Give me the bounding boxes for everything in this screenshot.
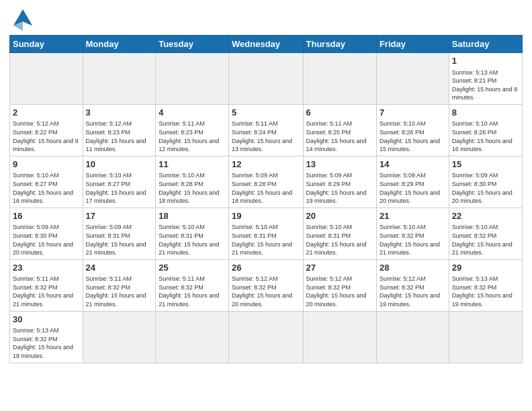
day-info: Sunrise: 5:13 AMSunset: 8:32 PMDaylight:… — [452, 275, 519, 308]
day-number: 16 — [13, 210, 80, 222]
day-number: 13 — [306, 158, 373, 171]
calendar-row: 1Sunrise: 5:13 AMSunset: 8:21 PMDaylight… — [10, 53, 523, 105]
day-cell-23: 23Sunrise: 5:11 AMSunset: 8:32 PMDayligh… — [10, 259, 83, 311]
day-cell-22: 22Sunrise: 5:10 AMSunset: 8:32 PMDayligh… — [449, 208, 522, 259]
calendar-row: 23Sunrise: 5:11 AMSunset: 8:32 PMDayligh… — [10, 259, 523, 311]
day-number: 7 — [380, 107, 446, 119]
day-info: Sunrise: 5:10 AMSunset: 8:26 PMDaylight:… — [380, 120, 446, 153]
day-number: 24 — [86, 262, 153, 274]
day-number: 6 — [306, 107, 373, 119]
day-info: Sunrise: 5:13 AMSunset: 8:21 PMDaylight:… — [452, 68, 519, 102]
day-number: 1 — [452, 55, 519, 67]
day-info: Sunrise: 5:12 AMSunset: 8:22 PMDaylight:… — [13, 120, 80, 153]
day-cell-15: 15Sunrise: 5:09 AMSunset: 8:30 PMDayligh… — [449, 156, 522, 208]
weekday-header-row: Sunday Monday Tuesday Wednesday Thursday… — [10, 36, 523, 53]
day-number: 14 — [380, 158, 446, 171]
day-cell-3: 3Sunrise: 5:12 AMSunset: 8:23 PMDaylight… — [83, 104, 156, 156]
day-info: Sunrise: 5:10 AMSunset: 8:31 PMDaylight:… — [232, 223, 300, 257]
day-info: Sunrise: 5:09 AMSunset: 8:28 PMDaylight:… — [232, 171, 300, 205]
day-cell-18: 18Sunrise: 5:10 AMSunset: 8:31 PMDayligh… — [156, 208, 229, 259]
day-number: 22 — [452, 210, 519, 222]
day-cell-16: 16Sunrise: 5:09 AMSunset: 8:30 PMDayligh… — [10, 208, 83, 259]
page: Sunday Monday Tuesday Wednesday Thursday… — [0, 0, 532, 370]
day-number: 5 — [232, 107, 300, 119]
empty-cell — [303, 53, 376, 105]
svg-marker-1 — [23, 9, 32, 26]
day-cell-8: 8Sunrise: 5:10 AMSunset: 8:26 PMDaylight… — [449, 104, 522, 156]
day-info: Sunrise: 5:11 AMSunset: 8:32 PMDaylight:… — [159, 275, 226, 308]
day-cell-27: 27Sunrise: 5:12 AMSunset: 8:32 PMDayligh… — [303, 259, 376, 311]
day-cell-11: 11Sunrise: 5:10 AMSunset: 8:28 PMDayligh… — [156, 156, 229, 208]
day-number: 8 — [452, 107, 519, 119]
day-cell-19: 19Sunrise: 5:10 AMSunset: 8:31 PMDayligh… — [229, 208, 303, 259]
day-number: 17 — [86, 210, 153, 222]
day-info: Sunrise: 5:12 AMSunset: 8:32 PMDaylight:… — [306, 275, 373, 308]
logo — [9, 7, 35, 31]
day-number: 10 — [86, 158, 153, 171]
day-info: Sunrise: 5:11 AMSunset: 8:23 PMDaylight:… — [159, 120, 226, 153]
day-cell-25: 25Sunrise: 5:11 AMSunset: 8:32 PMDayligh… — [156, 259, 229, 311]
header-tuesday: Tuesday — [156, 36, 229, 53]
day-info: Sunrise: 5:11 AMSunset: 8:25 PMDaylight:… — [306, 120, 373, 153]
day-cell-7: 7Sunrise: 5:10 AMSunset: 8:26 PMDaylight… — [376, 104, 449, 156]
day-info: Sunrise: 5:09 AMSunset: 8:30 PMDaylight:… — [13, 223, 80, 257]
day-cell-9: 9Sunrise: 5:10 AMSunset: 8:27 PMDaylight… — [10, 156, 83, 208]
day-number: 3 — [86, 107, 153, 119]
day-cell-28: 28Sunrise: 5:12 AMSunset: 8:32 PMDayligh… — [376, 259, 449, 311]
day-info: Sunrise: 5:10 AMSunset: 8:28 PMDaylight:… — [159, 171, 226, 205]
header-sunday: Sunday — [10, 36, 83, 53]
day-cell-21: 21Sunrise: 5:10 AMSunset: 8:32 PMDayligh… — [376, 208, 449, 259]
header-thursday: Thursday — [303, 36, 376, 53]
day-number: 30 — [13, 314, 80, 326]
header-saturday: Saturday — [449, 36, 522, 53]
day-cell-20: 20Sunrise: 5:10 AMSunset: 8:31 PMDayligh… — [303, 208, 376, 259]
day-info: Sunrise: 5:13 AMSunset: 8:32 PMDaylight:… — [13, 326, 80, 360]
day-info: Sunrise: 5:10 AMSunset: 8:27 PMDaylight:… — [13, 171, 80, 205]
day-info: Sunrise: 5:10 AMSunset: 8:26 PMDaylight:… — [452, 120, 519, 153]
day-number: 15 — [452, 158, 519, 171]
day-cell-17: 17Sunrise: 5:09 AMSunset: 8:31 PMDayligh… — [83, 208, 156, 259]
day-info: Sunrise: 5:11 AMSunset: 8:32 PMDaylight:… — [86, 275, 153, 308]
day-info: Sunrise: 5:09 AMSunset: 8:29 PMDaylight:… — [306, 171, 373, 205]
day-number: 26 — [232, 262, 300, 274]
day-number: 25 — [159, 262, 226, 274]
day-info: Sunrise: 5:09 AMSunset: 8:31 PMDaylight:… — [86, 223, 153, 257]
day-cell-12: 12Sunrise: 5:09 AMSunset: 8:28 PMDayligh… — [229, 156, 303, 208]
day-info: Sunrise: 5:12 AMSunset: 8:23 PMDaylight:… — [86, 120, 153, 153]
empty-cell — [83, 311, 156, 363]
day-info: Sunrise: 5:12 AMSunset: 8:32 PMDaylight:… — [232, 275, 300, 308]
calendar-row: 2Sunrise: 5:12 AMSunset: 8:22 PMDaylight… — [10, 104, 523, 156]
day-number: 18 — [159, 210, 226, 222]
day-cell-26: 26Sunrise: 5:12 AMSunset: 8:32 PMDayligh… — [229, 259, 303, 311]
header-wednesday: Wednesday — [229, 36, 303, 53]
day-cell-14: 14Sunrise: 5:09 AMSunset: 8:29 PMDayligh… — [376, 156, 449, 208]
calendar-row: 9Sunrise: 5:10 AMSunset: 8:27 PMDaylight… — [10, 156, 523, 208]
day-number: 21 — [380, 210, 446, 222]
day-info: Sunrise: 5:10 AMSunset: 8:32 PMDaylight:… — [452, 223, 519, 257]
calendar: Sunday Monday Tuesday Wednesday Thursday… — [9, 35, 523, 363]
day-number: 20 — [306, 210, 373, 222]
empty-cell — [156, 311, 229, 363]
day-number: 2 — [13, 107, 80, 119]
day-info: Sunrise: 5:09 AMSunset: 8:29 PMDaylight:… — [380, 171, 446, 205]
day-cell-2: 2Sunrise: 5:12 AMSunset: 8:22 PMDaylight… — [10, 104, 83, 156]
empty-cell — [376, 311, 449, 363]
day-info: Sunrise: 5:12 AMSunset: 8:32 PMDaylight:… — [380, 275, 446, 308]
logo-icon — [11, 7, 35, 31]
day-number: 12 — [232, 158, 300, 171]
day-number: 27 — [306, 262, 373, 274]
day-cell-29: 29Sunrise: 5:13 AMSunset: 8:32 PMDayligh… — [449, 259, 522, 311]
day-info: Sunrise: 5:09 AMSunset: 8:30 PMDaylight:… — [452, 171, 519, 205]
day-info: Sunrise: 5:10 AMSunset: 8:31 PMDaylight:… — [306, 223, 373, 257]
day-info: Sunrise: 5:10 AMSunset: 8:27 PMDaylight:… — [86, 171, 153, 205]
day-cell-10: 10Sunrise: 5:10 AMSunset: 8:27 PMDayligh… — [83, 156, 156, 208]
day-cell-6: 6Sunrise: 5:11 AMSunset: 8:25 PMDaylight… — [303, 104, 376, 156]
day-number: 23 — [13, 262, 80, 274]
day-info: Sunrise: 5:11 AMSunset: 8:32 PMDaylight:… — [13, 275, 80, 308]
header — [9, 7, 523, 31]
calendar-row: 16Sunrise: 5:09 AMSunset: 8:30 PMDayligh… — [10, 208, 523, 259]
header-monday: Monday — [83, 36, 156, 53]
day-info: Sunrise: 5:11 AMSunset: 8:24 PMDaylight:… — [232, 120, 300, 153]
day-cell-13: 13Sunrise: 5:09 AMSunset: 8:29 PMDayligh… — [303, 156, 376, 208]
empty-cell — [229, 311, 303, 363]
